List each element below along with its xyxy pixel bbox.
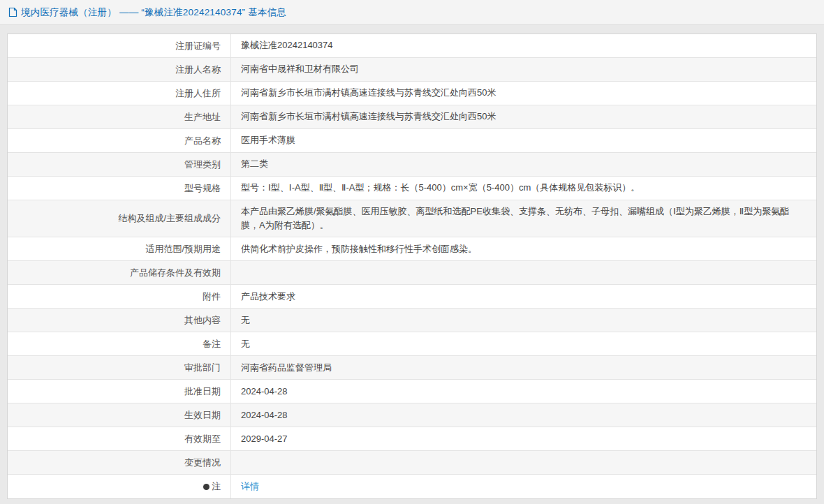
row-label-text: 注册证编号: [175, 40, 221, 52]
table-row: 产品名称 医用手术薄膜: [8, 129, 816, 153]
row-value: 详情: [231, 475, 816, 498]
table-row: 批准日期 2024-04-28: [8, 380, 816, 403]
row-label: 生产地址: [8, 105, 231, 128]
row-label-text: 产品储存条件及有效期: [130, 267, 221, 279]
row-value: 供简化术前护皮操作，预防接触性和移行性手术创面感染。: [231, 237, 816, 260]
row-value: 产品技术要求: [231, 285, 816, 308]
table-row: 生产地址 河南省新乡市长垣市满村镇高速连接线与苏青线交汇处向西50米: [8, 105, 816, 129]
table-row: 附件 产品技术要求: [8, 285, 816, 309]
row-label: 审批部门: [8, 356, 231, 379]
row-label-text: 生效日期: [184, 409, 221, 422]
table-row: 审批部门 河南省药品监督管理局: [8, 356, 816, 380]
row-label: 注册人名称: [8, 58, 231, 81]
row-label: 注册证编号: [8, 34, 231, 57]
row-label-text: 批准日期: [184, 385, 221, 398]
row-value: 河南省新乡市长垣市满村镇高速连接线与苏青线交汇处向西50米: [231, 82, 816, 105]
row-label-text: 有效期至: [184, 433, 221, 445]
row-label: 产品储存条件及有效期: [8, 261, 231, 284]
table-row: 注册人住所 河南省新乡市长垣市满村镇高速连接线与苏青线交汇处向西50米: [8, 82, 816, 105]
row-label: 产品名称: [8, 129, 231, 152]
table-row: 管理类别 第二类: [8, 153, 816, 177]
table-row: 其他内容 无: [8, 309, 816, 332]
row-label-text: 注: [212, 480, 221, 493]
row-value: 无: [231, 332, 816, 355]
table-row: 有效期至 2029-04-27: [8, 427, 816, 451]
row-label-text: 附件: [203, 290, 221, 303]
document-icon: [8, 7, 17, 17]
row-label-text: 产品名称: [184, 135, 221, 147]
row-value: 医用手术薄膜: [231, 129, 816, 152]
row-label-text: 注册人名称: [175, 64, 221, 76]
row-label-text: 注册人住所: [175, 87, 221, 100]
row-label-text: 结构及组成/主要组成成分: [118, 212, 221, 225]
table-row: 结构及组成/主要组成成分 本产品由聚乙烯膜/聚氨酯膜、医用压敏胶、离型纸和选配P…: [8, 200, 816, 237]
row-value: 2029-04-27: [231, 427, 816, 450]
row-value: 第二类: [231, 153, 816, 176]
row-label: 变更情况: [8, 451, 231, 474]
bullet-icon: [203, 484, 209, 490]
row-label: 备注: [8, 332, 231, 355]
table-row: 变更情况: [8, 451, 816, 475]
table-row: 注 详情: [8, 475, 816, 498]
row-label-text: 生产地址: [184, 111, 221, 124]
page-title: 境内医疗器械（注册） —— “豫械注准20242140374” 基本信息: [21, 6, 286, 19]
row-label: 管理类别: [8, 153, 231, 176]
row-label-text: 适用范围/预期用途: [145, 243, 221, 255]
table-row: 注册人名称 河南省中晟祥和卫材有限公司: [8, 58, 816, 82]
table-row: 备注 无: [8, 332, 816, 356]
table-row: 注册证编号 豫械注准20242140374: [8, 34, 816, 58]
row-label-text: 管理类别: [184, 158, 221, 171]
info-table: 注册证编号 豫械注准20242140374 注册人名称 河南省中晟祥和卫材有限公…: [7, 34, 817, 499]
row-value: 2024-04-28: [231, 403, 816, 427]
header-bar: 境内医疗器械（注册） —— “豫械注准20242140374” 基本信息: [0, 0, 824, 25]
row-label: 有效期至: [8, 427, 231, 450]
row-value: 河南省新乡市长垣市满村镇高速连接线与苏青线交汇处向西50米: [231, 105, 816, 128]
row-label: 结构及组成/主要组成成分: [8, 200, 231, 237]
row-value: 无: [231, 309, 816, 332]
row-label-text: 变更情况: [184, 457, 221, 469]
row-value: 2024-04-28: [231, 380, 816, 403]
row-value: 本产品由聚乙烯膜/聚氨酯膜、医用压敏胶、离型纸和选配PE收集袋、支撑条、无纺布、…: [231, 200, 816, 237]
row-value: 型号：Ⅰ型、Ⅰ-A型、Ⅱ型、Ⅱ-A型；规格：长（5-400）cm×宽（5-400…: [231, 177, 816, 200]
table-row: 适用范围/预期用途 供简化术前护皮操作，预防接触性和移行性手术创面感染。: [8, 237, 816, 261]
row-label: 附件: [8, 285, 231, 308]
row-label-text: 审批部门: [184, 362, 221, 374]
row-label-text: 备注: [203, 338, 221, 350]
row-label: 型号规格: [8, 177, 231, 200]
row-label: 注: [8, 475, 231, 498]
row-value: 豫械注准20242140374: [231, 34, 816, 57]
row-label-text: 型号规格: [184, 182, 221, 195]
table-row: 生效日期 2024-04-28: [8, 403, 816, 427]
row-label: 生效日期: [8, 403, 231, 427]
row-label: 适用范围/预期用途: [8, 237, 231, 260]
row-value: [231, 261, 816, 284]
row-value: [231, 451, 816, 474]
table-row: 型号规格 型号：Ⅰ型、Ⅰ-A型、Ⅱ型、Ⅱ-A型；规格：长（5-400）cm×宽（…: [8, 177, 816, 200]
details-link[interactable]: 详情: [241, 480, 259, 494]
row-label: 注册人住所: [8, 82, 231, 105]
row-value: 河南省中晟祥和卫材有限公司: [231, 58, 816, 81]
row-label: 其他内容: [8, 309, 231, 332]
row-label: 批准日期: [8, 380, 231, 403]
table-row: 产品储存条件及有效期: [8, 261, 816, 285]
row-value: 河南省药品监督管理局: [231, 356, 816, 379]
row-label-text: 其他内容: [184, 314, 221, 327]
